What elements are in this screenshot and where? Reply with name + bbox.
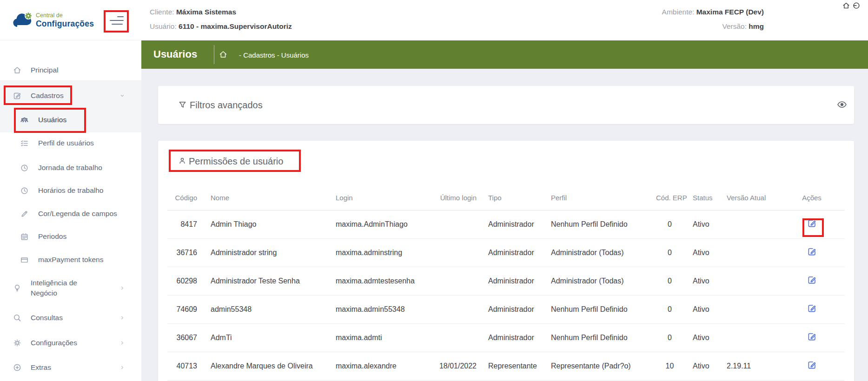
cell-codigo: 40713 [167, 352, 197, 380]
cell-versao-atual [725, 210, 775, 238]
cell-login: maxima.admtestesenha [332, 267, 435, 295]
column-header-perfil: Perfil [549, 186, 649, 210]
cell-nome: admin55348 [197, 295, 332, 323]
sidebar-item-label: Cadastros [31, 92, 64, 100]
cell-login: maxima.admin55348 [332, 295, 435, 323]
cell-cod-erp: 0 [649, 238, 683, 267]
clock-icon [20, 164, 29, 172]
cell-nome: Administrador string [197, 238, 332, 267]
divider [214, 45, 214, 64]
sidebar-item-label: Jornada de trabalho [38, 164, 102, 172]
sidebar-item-horarios-de-trabalho[interactable]: Horários de trabalho [0, 180, 141, 201]
edit-user-button[interactable] [806, 218, 817, 229]
logo-text-main: Configurações [36, 20, 94, 28]
column-header-login: Login [332, 186, 435, 210]
cell-perfil: Nenhum Perfil Definido [549, 295, 649, 323]
cell-tipo: Administrador [477, 323, 549, 352]
sidebar-item-periodos[interactable]: Periodos [0, 226, 141, 247]
sidebar-item-maxpayment-tokens[interactable]: maxPayment tokens [0, 250, 141, 270]
cell-cod-erp: 0 [649, 210, 683, 238]
column-header-ultimo-login: Último login [435, 186, 477, 210]
sidebar-item-label: Horários de trabalho [38, 186, 103, 195]
breadcrumb-home-icon[interactable] [219, 50, 228, 59]
table-row: 36067AdmTimaxima.admtiAdministradorNenhu… [167, 323, 845, 352]
logout-icon[interactable] [852, 1, 861, 10]
cell-tipo: Representante [477, 352, 549, 380]
sidebar-item-jornada-de-trabalho[interactable]: Jornada de trabalho [0, 158, 141, 178]
cell-perfil: Nenhum Perfil Definido [549, 323, 649, 352]
column-header-versao-atual: Versão Atual [725, 186, 775, 210]
cell-tipo: Administrador [477, 210, 549, 238]
table-row: 60298Administrador Teste Senhamaxima.adm… [167, 267, 845, 295]
column-header-status: Status [683, 186, 725, 210]
cell-ultimo-login: 18/01/2022 [435, 352, 477, 380]
sidebar-item-principal[interactable]: Principal [0, 60, 141, 80]
logo-text-small: Central de [36, 13, 94, 19]
cell-nome: Admin Thiago [197, 210, 332, 238]
sidebar: Central de Configurações PrincipalCadast… [0, 0, 141, 381]
plus-circle-icon [13, 363, 22, 372]
cell-acoes [775, 238, 845, 267]
visibility-icon[interactable] [837, 100, 847, 109]
top-header: Cliente: Máxima Sistemas Usuário: 6110 -… [141, 0, 868, 40]
app: Cliente: Máxima Sistemas Usuário: 6110 -… [0, 0, 868, 381]
cell-ultimo-login [435, 238, 477, 267]
column-header-nome: Nome [197, 186, 332, 210]
table-row: 74609admin55348maxima.admin55348Administ… [167, 295, 845, 323]
cell-acoes [775, 295, 845, 323]
cell-perfil: Representante (Padr?o) [549, 352, 649, 380]
cell-versao-atual: 2.19.11 [725, 352, 775, 380]
cell-perfil: Administrador (Todas) [549, 267, 649, 295]
edit-user-button[interactable] [806, 246, 817, 257]
menu-toggle-button[interactable] [106, 12, 127, 31]
cell-codigo: 60298 [167, 267, 197, 295]
table-row: 8417Admin Thiagomaxima.AdminThiagoAdmini… [167, 210, 845, 238]
client-info: Cliente: Máxima Sistemas [150, 8, 236, 16]
version-info: Versão: hmg [722, 22, 764, 31]
edit-user-button[interactable] [806, 360, 817, 371]
sidebar-item-label: Inteligência de Negócio [31, 278, 91, 299]
table-row: 36716Administrador stringmaxima.adminstr… [167, 238, 845, 267]
edit-user-button[interactable] [806, 275, 817, 286]
sidebar-item-inteligencia-de-negocio[interactable]: Inteligência de Negócio [0, 275, 141, 301]
filters-panel[interactable]: Filtros avançados [158, 86, 854, 124]
sidebar-item-configuracoes[interactable]: Configurações [0, 333, 141, 353]
cell-ultimo-login [435, 295, 477, 323]
cell-codigo: 36716 [167, 238, 197, 267]
cell-cod-erp: 0 [649, 267, 683, 295]
filters-title: Filtros avançados [190, 100, 263, 111]
cell-cod-erp: 0 [649, 295, 683, 323]
home-icon[interactable] [842, 1, 850, 10]
edit-user-button[interactable] [806, 331, 817, 342]
sidebar-item-cadastros[interactable]: Cadastros [0, 85, 141, 106]
cell-versao-atual [725, 267, 775, 295]
chevron-right-icon [119, 364, 126, 371]
sidebar-item-consultas[interactable]: Consultas [0, 308, 141, 328]
cell-status: Ativo [683, 323, 725, 352]
users-table: CódigoNomeLoginÚltimo loginTipoPerfilCód… [167, 186, 845, 381]
sidebar-item-label: Principal [31, 66, 58, 74]
chevron-right-icon [119, 315, 126, 321]
cell-login: maxima.adminstring [332, 238, 435, 267]
card-icon [20, 256, 29, 264]
sidebar-item-label: Cor/Legenda de campos [38, 210, 117, 218]
pen-icon [20, 210, 29, 218]
sidebar-item-cor-legenda-de-campos[interactable]: Cor/Legenda de campos [0, 204, 141, 224]
page-header-bar: Usuários - Cadastros - Usuários [141, 40, 868, 69]
sidebar-item-label: maxPayment tokens [38, 256, 103, 264]
users-icon [20, 116, 29, 125]
home-icon [13, 66, 22, 75]
sidebar-item-extras[interactable]: Extras [0, 357, 141, 378]
sidebar-item-label: Perfil de usuários [38, 139, 94, 147]
cell-codigo: 36067 [167, 323, 197, 352]
cell-status: Ativo [683, 210, 725, 238]
cell-nome: Alexandre Marques de Oliveira [197, 352, 332, 380]
edit-user-button[interactable] [806, 303, 817, 314]
sidebar-item-perfil-de-usuarios[interactable]: Perfil de usuários [0, 133, 141, 153]
cell-nome: Administrador Teste Senha [197, 267, 332, 295]
sidebar-item-usuarios[interactable]: Usuários [0, 110, 141, 130]
cell-versao-atual [725, 238, 775, 267]
sidebar-item-label: Configurações [31, 339, 77, 347]
edit-square-icon [13, 91, 22, 100]
permissions-title: Permissões de usuário [189, 156, 283, 167]
